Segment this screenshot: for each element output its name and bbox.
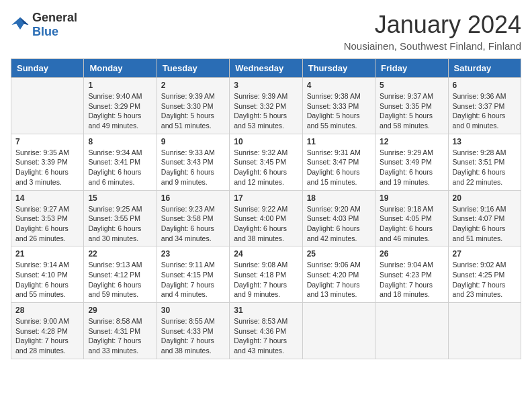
logo: General Blue xyxy=(11,11,77,39)
day-number: 13 xyxy=(453,137,517,146)
day-info: Sunrise: 9:22 AMSunset: 4:00 PMDaylight:… xyxy=(234,204,298,244)
day-number: 19 xyxy=(380,193,443,203)
calendar-cell: 17 Sunrise: 9:22 AMSunset: 4:00 PMDaylig… xyxy=(230,190,302,246)
day-number: 16 xyxy=(161,193,225,203)
month-title: January 2024 xyxy=(344,11,521,39)
day-number: 6 xyxy=(453,81,517,90)
calendar-cell: 3 Sunrise: 9:39 AMSunset: 3:32 PMDayligh… xyxy=(230,78,302,134)
day-number: 3 xyxy=(234,81,298,90)
day-number: 20 xyxy=(453,193,517,203)
day-number: 10 xyxy=(234,137,298,146)
calendar-cell xyxy=(375,303,448,359)
day-number: 22 xyxy=(88,249,152,259)
calendar-cell: 25 Sunrise: 9:06 AMSunset: 4:20 PMDaylig… xyxy=(302,246,375,303)
day-info: Sunrise: 9:20 AMSunset: 4:03 PMDaylight:… xyxy=(307,204,371,244)
day-info: Sunrise: 9:39 AMSunset: 3:30 PMDaylight:… xyxy=(161,91,225,131)
calendar-cell: 19 Sunrise: 9:18 AMSunset: 4:05 PMDaylig… xyxy=(375,190,448,246)
day-number: 5 xyxy=(380,81,443,90)
calendar-cell: 24 Sunrise: 9:08 AMSunset: 4:18 PMDaylig… xyxy=(230,246,302,303)
calendar-cell: 16 Sunrise: 9:23 AMSunset: 3:58 PMDaylig… xyxy=(157,190,229,246)
calendar-cell: 26 Sunrise: 9:04 AMSunset: 4:23 PMDaylig… xyxy=(375,246,448,303)
calendar-week-row: 21 Sunrise: 9:14 AMSunset: 4:10 PMDaylig… xyxy=(11,246,521,303)
day-number: 9 xyxy=(161,137,225,146)
day-info: Sunrise: 9:32 AMSunset: 3:45 PMDaylight:… xyxy=(234,148,298,187)
calendar-cell: 28 Sunrise: 9:00 AMSunset: 4:28 PMDaylig… xyxy=(11,303,84,359)
day-number: 17 xyxy=(234,193,298,203)
calendar-cell: 21 Sunrise: 9:14 AMSunset: 4:10 PMDaylig… xyxy=(11,246,84,303)
calendar-cell: 15 Sunrise: 9:25 AMSunset: 3:55 PMDaylig… xyxy=(84,190,157,246)
day-info: Sunrise: 9:13 AMSunset: 4:12 PMDaylight:… xyxy=(88,260,152,300)
weekday-header: Wednesday xyxy=(230,59,302,78)
day-number: 11 xyxy=(307,137,371,146)
calendar-cell: 18 Sunrise: 9:20 AMSunset: 4:03 PMDaylig… xyxy=(302,190,375,246)
calendar-cell xyxy=(448,303,521,359)
calendar-week-row: 28 Sunrise: 9:00 AMSunset: 4:28 PMDaylig… xyxy=(11,303,521,359)
calendar-table: SundayMondayTuesdayWednesdayThursdayFrid… xyxy=(11,58,521,359)
day-number: 1 xyxy=(88,81,152,90)
calendar-cell: 14 Sunrise: 9:27 AMSunset: 3:53 PMDaylig… xyxy=(11,190,84,246)
calendar-cell: 13 Sunrise: 9:28 AMSunset: 3:51 PMDaylig… xyxy=(448,134,521,190)
day-number: 29 xyxy=(88,306,152,315)
day-info: Sunrise: 9:00 AMSunset: 4:28 PMDaylight:… xyxy=(15,316,79,356)
day-number: 15 xyxy=(88,193,152,203)
calendar-cell: 6 Sunrise: 9:36 AMSunset: 3:37 PMDayligh… xyxy=(448,78,521,134)
day-info: Sunrise: 9:34 AMSunset: 3:41 PMDaylight:… xyxy=(88,148,152,187)
day-number: 24 xyxy=(234,249,298,259)
weekday-header: Saturday xyxy=(448,59,521,78)
day-info: Sunrise: 9:40 AMSunset: 3:29 PMDaylight:… xyxy=(88,91,152,131)
day-info: Sunrise: 8:55 AMSunset: 4:33 PMDaylight:… xyxy=(161,316,225,356)
calendar-cell xyxy=(302,303,375,359)
day-number: 23 xyxy=(161,249,225,259)
title-area: January 2024 Nousiainen, Southwest Finla… xyxy=(344,11,521,52)
location-title: Nousiainen, Southwest Finland, Finland xyxy=(344,40,521,52)
calendar-week-row: 14 Sunrise: 9:27 AMSunset: 3:53 PMDaylig… xyxy=(11,190,521,246)
day-info: Sunrise: 9:14 AMSunset: 4:10 PMDaylight:… xyxy=(15,260,79,300)
day-number: 27 xyxy=(453,249,517,259)
day-info: Sunrise: 9:29 AMSunset: 3:49 PMDaylight:… xyxy=(380,148,443,187)
weekday-header: Thursday xyxy=(302,59,375,78)
calendar-week-row: 1 Sunrise: 9:40 AMSunset: 3:29 PMDayligh… xyxy=(11,78,521,134)
day-info: Sunrise: 9:25 AMSunset: 3:55 PMDaylight:… xyxy=(88,204,152,244)
day-info: Sunrise: 9:16 AMSunset: 4:07 PMDaylight:… xyxy=(453,204,517,244)
calendar-header: SundayMondayTuesdayWednesdayThursdayFrid… xyxy=(11,59,521,78)
day-number: 25 xyxy=(307,249,371,259)
calendar-cell: 1 Sunrise: 9:40 AMSunset: 3:29 PMDayligh… xyxy=(84,78,157,134)
day-info: Sunrise: 9:38 AMSunset: 3:33 PMDaylight:… xyxy=(307,91,371,131)
weekday-header: Friday xyxy=(375,59,448,78)
calendar-week-row: 7 Sunrise: 9:35 AMSunset: 3:39 PMDayligh… xyxy=(11,134,521,190)
day-number: 14 xyxy=(15,193,79,203)
calendar-cell: 31 Sunrise: 8:53 AMSunset: 4:36 PMDaylig… xyxy=(230,303,302,359)
calendar-cell: 11 Sunrise: 9:31 AMSunset: 3:47 PMDaylig… xyxy=(302,134,375,190)
logo-text: General Blue xyxy=(32,11,77,39)
day-info: Sunrise: 9:04 AMSunset: 4:23 PMDaylight:… xyxy=(380,260,443,300)
day-info: Sunrise: 9:31 AMSunset: 3:47 PMDaylight:… xyxy=(307,148,371,187)
calendar-cell: 12 Sunrise: 9:29 AMSunset: 3:49 PMDaylig… xyxy=(375,134,448,190)
calendar-body: 1 Sunrise: 9:40 AMSunset: 3:29 PMDayligh… xyxy=(11,78,521,359)
day-number: 2 xyxy=(161,81,225,90)
logo-icon xyxy=(11,15,30,34)
calendar-cell: 22 Sunrise: 9:13 AMSunset: 4:12 PMDaylig… xyxy=(84,246,157,303)
day-number: 28 xyxy=(15,306,79,315)
header: General Blue January 2024 Nousiainen, So… xyxy=(11,11,521,52)
day-info: Sunrise: 9:33 AMSunset: 3:43 PMDaylight:… xyxy=(161,148,225,187)
day-number: 26 xyxy=(380,249,443,259)
day-number: 21 xyxy=(15,249,79,259)
calendar-cell: 20 Sunrise: 9:16 AMSunset: 4:07 PMDaylig… xyxy=(448,190,521,246)
day-info: Sunrise: 9:28 AMSunset: 3:51 PMDaylight:… xyxy=(453,148,517,187)
day-info: Sunrise: 9:23 AMSunset: 3:58 PMDaylight:… xyxy=(161,204,225,244)
day-info: Sunrise: 9:18 AMSunset: 4:05 PMDaylight:… xyxy=(380,204,443,244)
weekday-header: Monday xyxy=(84,59,157,78)
calendar-cell: 9 Sunrise: 9:33 AMSunset: 3:43 PMDayligh… xyxy=(157,134,229,190)
calendar-cell: 2 Sunrise: 9:39 AMSunset: 3:30 PMDayligh… xyxy=(157,78,229,134)
day-info: Sunrise: 8:53 AMSunset: 4:36 PMDaylight:… xyxy=(234,316,298,356)
day-info: Sunrise: 9:36 AMSunset: 3:37 PMDaylight:… xyxy=(453,91,517,131)
calendar-cell: 10 Sunrise: 9:32 AMSunset: 3:45 PMDaylig… xyxy=(230,134,302,190)
calendar-cell: 8 Sunrise: 9:34 AMSunset: 3:41 PMDayligh… xyxy=(84,134,157,190)
weekday-header: Sunday xyxy=(11,59,84,78)
day-info: Sunrise: 9:39 AMSunset: 3:32 PMDaylight:… xyxy=(234,91,298,131)
header-row: SundayMondayTuesdayWednesdayThursdayFrid… xyxy=(11,59,521,78)
day-number: 4 xyxy=(307,81,371,90)
weekday-header: Tuesday xyxy=(157,59,229,78)
calendar-cell xyxy=(11,78,84,134)
day-info: Sunrise: 8:58 AMSunset: 4:31 PMDaylight:… xyxy=(88,316,152,356)
